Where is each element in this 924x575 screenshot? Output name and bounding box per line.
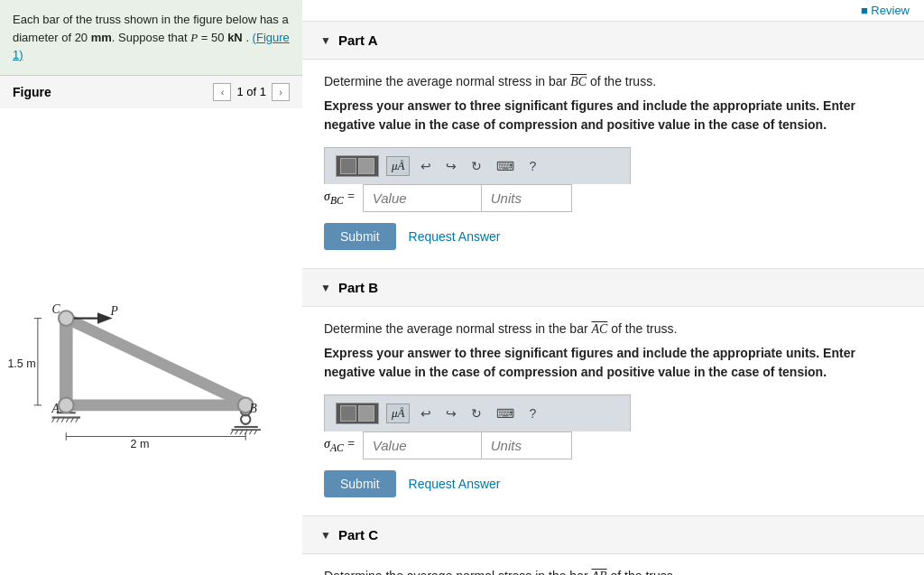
part-b-label: σAC = bbox=[324, 437, 356, 454]
svg-rect-18 bbox=[60, 315, 73, 408]
part-b-triangle: ▼ bbox=[320, 282, 331, 294]
part-b-value-input[interactable] bbox=[364, 432, 481, 459]
part-b-mu-button[interactable]: μÅ bbox=[386, 403, 410, 423]
part-a-toolbar: μÅ ↩ ↪ ↻ ⌨ ? bbox=[324, 147, 631, 184]
part-b-format-icon[interactable] bbox=[336, 403, 379, 424]
part-c-content: Determine the average normal stress in t… bbox=[302, 554, 924, 575]
part-b-header[interactable]: ▼ Part B bbox=[302, 269, 924, 307]
review-bar: ■ Review bbox=[302, 0, 924, 22]
part-b-keyboard-button[interactable]: ⌨ bbox=[493, 404, 518, 422]
part-c-title: Part C bbox=[338, 527, 378, 543]
part-a-title: Part A bbox=[338, 32, 378, 48]
figure-area: C A B P 1.5 m 2 m bbox=[0, 108, 302, 576]
part-b-content: Determine the average normal stress in t… bbox=[302, 307, 924, 515]
part-b-refresh-button[interactable]: ↻ bbox=[467, 404, 485, 422]
figure-label: Figure bbox=[13, 85, 51, 99]
part-a-action-row: Submit Request Answer bbox=[324, 223, 902, 250]
part-a-answer-wrapper bbox=[363, 184, 572, 212]
part-a-help-button[interactable]: ? bbox=[525, 157, 540, 175]
figure-header: Figure ‹ 1 of 1 › bbox=[0, 75, 302, 108]
part-a-section: ▼ Part A Determine the average normal st… bbox=[302, 22, 924, 269]
svg-text:B: B bbox=[249, 402, 256, 415]
part-b-instruction: Express your answer to three significant… bbox=[324, 344, 902, 382]
part-a-request-button[interactable]: Request Answer bbox=[409, 229, 501, 244]
figure-link[interactable]: (Figure 1) bbox=[13, 31, 290, 62]
part-a-undo-button[interactable]: ↩ bbox=[417, 157, 435, 175]
format-sq2-icon bbox=[358, 158, 374, 174]
part-c-triangle: ▼ bbox=[320, 529, 331, 542]
part-c-header[interactable]: ▼ Part C bbox=[302, 516, 924, 554]
part-a-value-input[interactable] bbox=[364, 185, 481, 211]
part-a-triangle: ▼ bbox=[320, 34, 331, 47]
format-sq1-icon bbox=[340, 158, 356, 174]
svg-text:1.5 m: 1.5 m bbox=[7, 357, 35, 370]
svg-text:C: C bbox=[52, 302, 61, 316]
part-b-toolbar: μÅ ↩ ↪ ↻ ⌨ ? bbox=[324, 394, 631, 431]
part-b-action-row: Submit Request Answer bbox=[324, 470, 902, 497]
figure-next-button[interactable]: › bbox=[272, 83, 290, 101]
part-a-submit-button[interactable]: Submit bbox=[324, 223, 396, 250]
part-b-undo-button[interactable]: ↩ bbox=[417, 404, 435, 422]
review-label[interactable]: ■ Review bbox=[861, 4, 910, 17]
part-a-mu-button[interactable]: μÅ bbox=[386, 156, 410, 176]
part-b-units-input[interactable] bbox=[481, 432, 571, 459]
part-b-redo-button[interactable]: ↪ bbox=[442, 404, 460, 422]
figure-page: 1 of 1 bbox=[236, 85, 266, 98]
part-b-request-button[interactable]: Request Answer bbox=[409, 477, 501, 491]
svg-point-24 bbox=[59, 311, 74, 326]
part-a-format-icon[interactable] bbox=[336, 155, 379, 177]
svg-text:A: A bbox=[51, 402, 60, 415]
part-b-answer-wrapper bbox=[363, 431, 572, 459]
right-panel: ■ Review ▼ Part A Determine the average … bbox=[302, 0, 924, 575]
part-b-submit-button[interactable]: Submit bbox=[324, 470, 396, 497]
part-a-answer-row: σBC = bbox=[324, 184, 631, 212]
format-sq3-icon bbox=[340, 405, 356, 422]
left-panel: Each bar of the truss shown in the figur… bbox=[0, 0, 302, 575]
part-b-help-button[interactable]: ? bbox=[525, 404, 540, 422]
part-a-refresh-button[interactable]: ↻ bbox=[467, 157, 485, 175]
part-c-desc: Determine the average normal stress in t… bbox=[324, 569, 902, 575]
part-a-desc: Determine the average normal stress in b… bbox=[324, 74, 902, 89]
figure-prev-button[interactable]: ‹ bbox=[213, 83, 231, 101]
problem-text: Each bar of the truss shown in the figur… bbox=[0, 0, 302, 75]
svg-line-20 bbox=[66, 318, 245, 403]
format-sq4-icon bbox=[358, 405, 374, 422]
part-b-title: Part B bbox=[338, 280, 378, 295]
part-a-label: σBC = bbox=[324, 190, 356, 207]
part-a-redo-button[interactable]: ↪ bbox=[442, 157, 460, 175]
part-b-section: ▼ Part B Determine the average normal st… bbox=[302, 269, 924, 516]
svg-text:P: P bbox=[109, 304, 117, 318]
part-a-keyboard-button[interactable]: ⌨ bbox=[493, 157, 518, 175]
part-a-instruction: Express your answer to three significant… bbox=[324, 97, 902, 134]
part-a-content: Determine the average normal stress in b… bbox=[302, 60, 924, 268]
part-a-header[interactable]: ▼ Part A bbox=[302, 22, 924, 60]
part-c-section: ▼ Part C Determine the average normal st… bbox=[302, 516, 924, 575]
truss-figure: C A B P 1.5 m 2 m bbox=[0, 108, 302, 576]
svg-text:2 m: 2 m bbox=[130, 438, 149, 450]
part-b-answer-row: σAC = bbox=[324, 431, 631, 459]
svg-rect-19 bbox=[60, 399, 248, 411]
part-a-units-input[interactable] bbox=[481, 185, 571, 211]
part-b-desc: Determine the average normal stress in t… bbox=[324, 321, 902, 337]
figure-nav: ‹ 1 of 1 › bbox=[213, 83, 290, 101]
svg-point-22 bbox=[59, 397, 74, 413]
